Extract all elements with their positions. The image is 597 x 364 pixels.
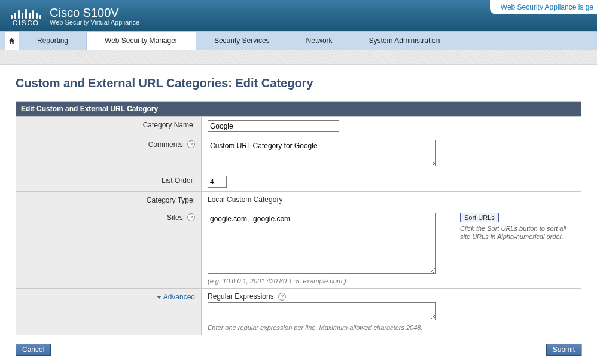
advanced-toggle[interactable]: Advanced bbox=[157, 293, 195, 301]
nav-tab-reporting[interactable]: Reporting bbox=[19, 32, 87, 50]
row-sites: Sites: ? google.com, .google.com (e.g. 1… bbox=[16, 209, 581, 288]
category-name-input[interactable] bbox=[208, 120, 339, 132]
comments-input[interactable]: Custom URL Category for Google bbox=[208, 140, 436, 166]
page-body: Custom and External URL Categories: Edit… bbox=[0, 65, 597, 364]
appliance-status: Web Security Appliance is ge bbox=[490, 0, 597, 14]
cancel-button[interactable]: Cancel bbox=[16, 344, 51, 356]
button-row: Cancel Submit bbox=[16, 344, 581, 356]
sort-help-box: Sort URLs Click the Sort URLs button to … bbox=[460, 213, 574, 241]
main-nav: ReportingWeb Security ManagerSecurity Se… bbox=[0, 31, 597, 50]
chevron-down-icon bbox=[157, 296, 162, 299]
edit-category-panel: Edit Custom and External URL Category Ca… bbox=[16, 101, 581, 335]
submit-button[interactable]: Submit bbox=[546, 344, 581, 356]
label-category-type: Category Type: bbox=[16, 192, 202, 209]
row-category-name: Category Name: bbox=[16, 116, 581, 136]
row-comments: Comments: ? Custom URL Category for Goog… bbox=[16, 136, 581, 172]
row-list-order: List Order: bbox=[16, 172, 581, 191]
sites-input[interactable]: google.com, .google.com bbox=[208, 213, 436, 274]
label-comments: Comments: bbox=[148, 140, 185, 149]
cisco-logo-text: CISCO bbox=[13, 19, 39, 26]
regex-input[interactable] bbox=[208, 302, 436, 320]
nav-tab-network[interactable]: Network bbox=[288, 32, 351, 50]
regex-hint: Enter one regular expression per line. M… bbox=[208, 324, 575, 331]
product-sub: Web Security Virtual Appliance bbox=[50, 19, 139, 26]
sort-help-text: Click the Sort URLs button to sort all s… bbox=[460, 225, 566, 240]
advanced-label: Advanced bbox=[163, 293, 195, 301]
home-button[interactable] bbox=[5, 32, 19, 50]
cisco-logo: CISCO bbox=[11, 5, 41, 26]
help-icon[interactable]: ? bbox=[187, 140, 195, 148]
label-sites: Sites: bbox=[167, 213, 185, 222]
row-category-type: Category Type: Local Custom Category bbox=[16, 191, 581, 209]
product-name: Cisco S100V bbox=[50, 6, 139, 20]
list-order-input[interactable] bbox=[208, 176, 227, 188]
divider-strip bbox=[0, 50, 597, 65]
nav-tab-security-services[interactable]: Security Services bbox=[196, 32, 288, 50]
sites-hint: (e.g. 10.0.0.1, 2001:420:80:1::5, exampl… bbox=[208, 277, 575, 285]
label-list-order: List Order: bbox=[16, 172, 202, 191]
help-icon[interactable]: ? bbox=[278, 293, 286, 301]
nav-tab-system-administration[interactable]: System Administration bbox=[351, 32, 459, 50]
label-category-name: Category Name: bbox=[16, 117, 202, 136]
brand-text: Cisco S100V Web Security Virtual Applian… bbox=[50, 6, 139, 26]
nav-tab-web-security-manager[interactable]: Web Security Manager bbox=[87, 32, 196, 50]
sort-urls-button[interactable]: Sort URLs bbox=[460, 213, 499, 222]
cisco-bars-icon bbox=[11, 8, 41, 19]
help-icon[interactable]: ? bbox=[187, 213, 195, 221]
row-advanced: Advanced Regular Expressions: ? Enter on… bbox=[16, 288, 581, 335]
category-type-value: Local Custom Category bbox=[208, 195, 282, 204]
home-icon bbox=[8, 37, 16, 45]
label-regex: Regular Expressions: bbox=[208, 292, 276, 301]
top-banner: CISCO Cisco S100V Web Security Virtual A… bbox=[0, 0, 597, 31]
panel-header: Edit Custom and External URL Category bbox=[16, 102, 581, 116]
page-title: Custom and External URL Categories: Edit… bbox=[16, 77, 581, 90]
